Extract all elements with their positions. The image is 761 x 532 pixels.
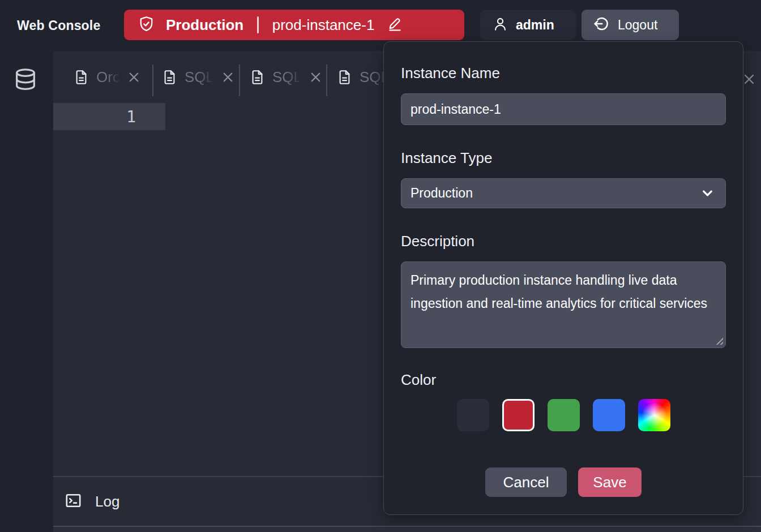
sidebar: [0, 51, 53, 532]
user-chip[interactable]: admin: [480, 10, 576, 40]
partial-tab-close-icon[interactable]: [742, 72, 756, 88]
tab-label: SQL: [272, 68, 302, 86]
instance-settings-modal: Instance Name Instance Type Production D…: [383, 41, 743, 515]
instance-type-value: Production: [411, 186, 473, 201]
color-swatch-rainbow-picker[interactable]: [638, 399, 670, 431]
tab-label: Orc: [96, 68, 120, 86]
instance-name-label: prod-instance-1: [272, 16, 375, 34]
username-label: admin: [516, 18, 554, 33]
tab-3[interactable]: SQL: [250, 51, 322, 103]
tab-2[interactable]: SQL: [162, 51, 234, 103]
logout-icon: [593, 15, 610, 35]
save-button[interactable]: Save: [578, 467, 642, 497]
instance-badge[interactable]: Production prod-instance-1: [124, 10, 464, 40]
close-icon[interactable]: [309, 71, 322, 84]
logout-label: Logout: [618, 18, 657, 33]
instance-type-select[interactable]: Production: [401, 178, 726, 208]
color-swatch-row: [401, 399, 726, 431]
app-window: Web Console Production prod-instance-1: [0, 0, 761, 532]
user-icon: [493, 16, 508, 34]
cancel-button[interactable]: Cancel: [485, 467, 567, 497]
tab-separator: [152, 65, 153, 96]
badge-divider: [257, 16, 259, 33]
tab-separator: [326, 65, 327, 96]
tab-4[interactable]: SQL: [337, 51, 389, 103]
color-swatch-green[interactable]: [548, 399, 580, 431]
tab-label: SQL: [185, 68, 214, 86]
close-icon[interactable]: [221, 71, 234, 84]
environment-label: Production: [166, 16, 243, 34]
terminal-icon: [64, 491, 83, 512]
description-field-label: Description: [401, 231, 726, 251]
logout-button[interactable]: Logout: [582, 10, 679, 40]
color-swatch-blue[interactable]: [593, 399, 625, 431]
instance-type-field-label: Instance Type: [401, 148, 726, 168]
chevron-down-icon: [700, 186, 715, 201]
color-swatch-default[interactable]: [457, 399, 489, 431]
color-swatch-red-selected[interactable]: [502, 399, 535, 431]
log-label: Log: [95, 493, 119, 510]
instance-name-input[interactable]: [401, 93, 726, 125]
editor-line-number[interactable]: 1: [53, 103, 165, 130]
instance-name-field-label: Instance Name: [401, 63, 726, 83]
log-panel-body-edge: [53, 526, 761, 532]
close-icon[interactable]: [127, 71, 140, 84]
shield-check-icon: [138, 15, 155, 35]
edit-pencil-icon[interactable]: [387, 16, 403, 35]
tab-1[interactable]: Orc: [74, 51, 140, 103]
description-textarea[interactable]: Primary production instance handling liv…: [401, 261, 726, 348]
database-icon[interactable]: [12, 66, 39, 96]
app-title: Web Console: [17, 0, 100, 51]
tab-separator: [239, 65, 240, 96]
color-field-label: Color: [401, 370, 726, 389]
modal-button-row: Cancel Save: [401, 467, 726, 497]
